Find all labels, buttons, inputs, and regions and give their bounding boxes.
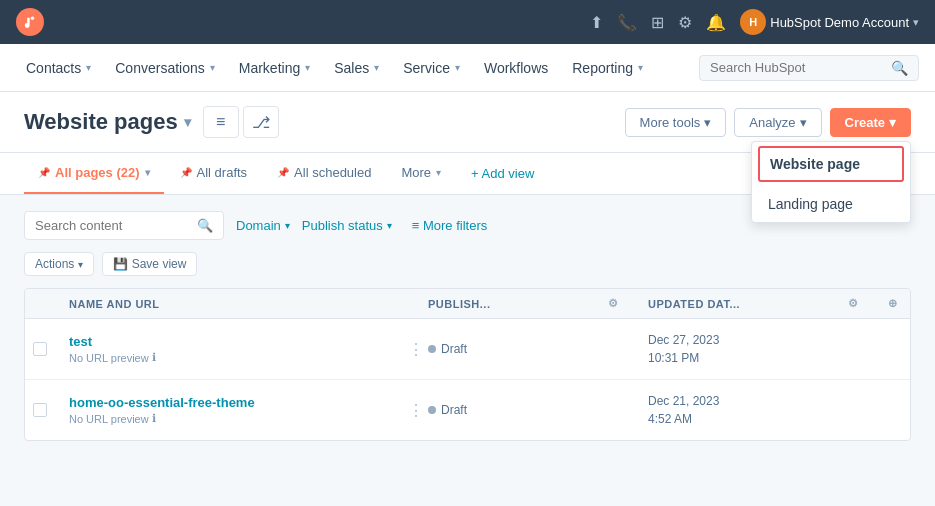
status-dot-1 (428, 345, 436, 353)
page-name-cell-1: test No URL preview ℹ (61, 334, 400, 364)
name-column-header: NAME AND URL (61, 298, 400, 310)
page-title-dropdown-icon[interactable]: ▾ (184, 114, 191, 130)
global-search[interactable]: 🔍 (699, 55, 919, 81)
account-menu[interactable]: H HubSpot Demo Account ▾ (740, 9, 919, 35)
nav-conversations[interactable]: Conversations ▾ (105, 54, 225, 82)
table-row: test No URL preview ℹ ⋮ Draft Dec 27, 20… (25, 319, 910, 380)
tree-view-button[interactable]: ⎇ (243, 106, 279, 138)
table-header: NAME AND URL PUBLISH... ⚙ UPDATED DAT...… (25, 289, 910, 319)
create-button[interactable]: Create ▾ (830, 108, 911, 137)
drag-handle-1[interactable]: ⋮ (400, 340, 420, 359)
status-cell-1: Draft (420, 342, 600, 356)
date-cell-1: Dec 27, 2023 10:31 PM (640, 331, 840, 367)
domain-filter-chevron-icon: ▾ (285, 220, 290, 231)
create-dropdown-menu: Website page Landing page (751, 141, 911, 223)
tab-all-pages[interactable]: 📌 All pages (22) ▾ (24, 153, 164, 194)
view-toggles: ≡ ⎇ (203, 106, 279, 138)
publish-settings-icon[interactable]: ⚙ (600, 297, 640, 310)
nav-service[interactable]: Service ▾ (393, 54, 470, 82)
page-link-2[interactable]: home-oo-essential-free-theme (69, 395, 392, 410)
top-navigation: ⬆ 📞 ⊞ ⚙ 🔔 H HubSpot Demo Account ▾ (0, 0, 935, 44)
page-title-area: Website pages ▾ ≡ ⎇ (24, 106, 279, 138)
create-website-page-item[interactable]: Website page (758, 146, 904, 182)
avatar: H (740, 9, 766, 35)
marketplace-icon[interactable]: ⊞ (651, 13, 664, 32)
content-search[interactable]: 🔍 (24, 211, 224, 240)
tab-drafts-pin-icon: 📌 (180, 167, 192, 178)
list-view-icon: ≡ (216, 113, 225, 131)
actions-chevron-icon: ▾ (78, 259, 83, 270)
nav-marketing[interactable]: Marketing ▾ (229, 54, 320, 82)
reporting-chevron-icon: ▾ (638, 62, 643, 73)
page-name-cell-2: home-oo-essential-free-theme No URL prev… (61, 395, 400, 425)
more-tools-chevron-icon: ▾ (704, 115, 711, 130)
svg-point-1 (31, 16, 35, 20)
updated-settings-icon[interactable]: ⚙ (840, 297, 880, 310)
analyze-button[interactable]: Analyze ▾ (734, 108, 821, 137)
list-view-button[interactable]: ≡ (203, 106, 239, 138)
publish-filter-chevron-icon: ▾ (387, 220, 392, 231)
analyze-chevron-icon: ▾ (800, 115, 807, 130)
tab-all-scheduled[interactable]: 📌 All scheduled (263, 153, 385, 194)
url-preview-2: No URL preview ℹ (69, 412, 392, 425)
calls-icon[interactable]: 📞 (617, 13, 637, 32)
add-view-button[interactable]: + Add view (457, 154, 548, 193)
top-nav-left (16, 8, 44, 36)
more-filters-button[interactable]: ≡ More filters (412, 218, 488, 233)
nav-sales[interactable]: Sales ▾ (324, 54, 389, 82)
publish-column-header[interactable]: PUBLISH... (420, 298, 600, 310)
row-checkbox-1[interactable] (33, 342, 47, 356)
publish-status-filter[interactable]: Publish status ▾ (302, 218, 392, 233)
nav-workflows[interactable]: Workflows (474, 54, 558, 82)
notifications-icon[interactable]: 🔔 (706, 13, 726, 32)
status-dot-2 (428, 406, 436, 414)
marketing-chevron-icon: ▾ (305, 62, 310, 73)
content-search-icon: 🔍 (197, 218, 213, 233)
drag-handle-2[interactable]: ⋮ (400, 401, 420, 420)
tab-pin-icon: 📌 (38, 167, 50, 178)
url-preview-1: No URL preview ℹ (69, 351, 392, 364)
more-tabs-chevron-icon: ▾ (436, 167, 441, 178)
table-row: home-oo-essential-free-theme No URL prev… (25, 380, 910, 440)
create-dropdown-container: Create ▾ Website page Landing page (830, 108, 911, 137)
more-columns-icon[interactable]: ⊕ (880, 297, 910, 310)
more-tools-button[interactable]: More tools ▾ (625, 108, 727, 137)
tree-view-icon: ⎇ (252, 113, 270, 132)
main-navigation: Contacts ▾ Conversations ▾ Marketing ▾ S… (0, 44, 935, 92)
nav-contacts[interactable]: Contacts ▾ (16, 54, 101, 82)
content-area: 🔍 Domain ▾ Publish status ▾ ≡ More filte… (0, 195, 935, 457)
account-chevron-icon: ▾ (913, 16, 919, 29)
header-actions: More tools ▾ Analyze ▾ Create ▾ Website … (625, 108, 911, 137)
settings-icon[interactable]: ⚙ (678, 13, 692, 32)
nav-reporting[interactable]: Reporting ▾ (562, 54, 653, 82)
conversations-chevron-icon: ▾ (210, 62, 215, 73)
status-cell-2: Draft (420, 403, 600, 417)
search-icon: 🔍 (891, 60, 908, 76)
actions-button[interactable]: Actions ▾ (24, 252, 94, 276)
tab-more[interactable]: More ▾ (387, 153, 455, 194)
domain-filter[interactable]: Domain ▾ (236, 218, 290, 233)
updated-column-header[interactable]: UPDATED DAT... (640, 298, 840, 310)
save-view-button[interactable]: 💾 Save view (102, 252, 197, 276)
page-link-1[interactable]: test (69, 334, 392, 349)
create-landing-page-item[interactable]: Landing page (752, 186, 910, 222)
row-checkbox-2[interactable] (33, 403, 47, 417)
tab-scheduled-pin-icon: 📌 (277, 167, 289, 178)
svg-point-0 (16, 8, 44, 36)
search-input[interactable] (710, 60, 891, 75)
service-chevron-icon: ▾ (455, 62, 460, 73)
tab-all-pages-chevron: ▾ (145, 167, 150, 178)
date-cell-2: Dec 21, 2023 4:52 AM (640, 392, 840, 428)
upgrade-icon[interactable]: ⬆ (590, 13, 603, 32)
contacts-chevron-icon: ▾ (86, 62, 91, 73)
hubspot-logo-icon[interactable] (16, 8, 44, 36)
top-nav-right: ⬆ 📞 ⊞ ⚙ 🔔 H HubSpot Demo Account ▾ (590, 9, 919, 35)
sales-chevron-icon: ▾ (374, 62, 379, 73)
page-title: Website pages ▾ (24, 109, 191, 135)
url-info-icon: ℹ (152, 351, 156, 364)
content-search-input[interactable] (35, 218, 191, 233)
create-chevron-icon: ▾ (889, 115, 896, 130)
tab-all-drafts[interactable]: 📌 All drafts (166, 153, 262, 194)
page-header: Website pages ▾ ≡ ⎇ More tools ▾ Analyze… (0, 92, 935, 153)
action-row: Actions ▾ 💾 Save view (24, 252, 911, 276)
